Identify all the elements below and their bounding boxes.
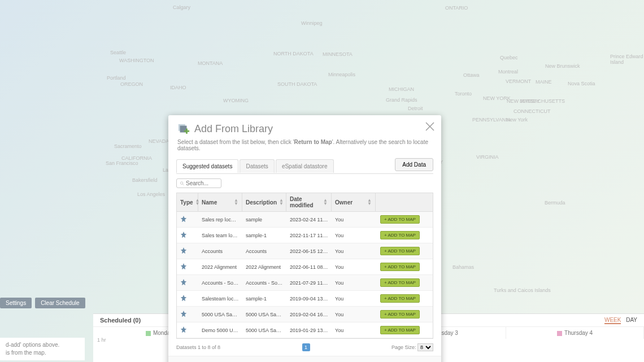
- th-name[interactable]: Name▲▼: [198, 193, 242, 211]
- pin-icon: [177, 213, 198, 226]
- table-row[interactable]: Demo 5000 USA Sa...5000 USA Sample A...2…: [177, 322, 433, 338]
- pager-info: Datasets 1 to 8 of 8: [176, 344, 220, 350]
- view-toggle: WEEK DAY: [601, 317, 637, 324]
- cell-name: 5000 USA Sample A...: [198, 309, 242, 320]
- table-row[interactable]: Accounts - SouthAccounts - South2021-07-…: [177, 275, 433, 291]
- cell-desc: sample-1: [242, 294, 286, 304]
- settings-button[interactable]: Settings: [0, 298, 32, 308]
- cell-name: Demo 5000 USA Sa...: [198, 325, 242, 335]
- add-to-map-button[interactable]: + ADD TO MAP: [380, 310, 420, 319]
- pin-icon: [177, 308, 198, 321]
- cell-owner: You: [332, 246, 376, 256]
- cell-owner: You: [332, 230, 376, 241]
- add-to-map-button[interactable]: + ADD TO MAP: [380, 326, 420, 334]
- cell-name: Accounts - South: [198, 278, 242, 288]
- cell-desc: 5000 USA Sample A...: [242, 309, 286, 320]
- cell-date: 2023-02-24 11:46:57: [286, 215, 332, 225]
- modal-title: Add From Library: [194, 123, 273, 135]
- add-data-button[interactable]: Add Data: [395, 158, 433, 171]
- cell-owner: You: [332, 309, 376, 320]
- pin-icon: [177, 293, 198, 305]
- cell-desc: sample-1: [242, 230, 286, 241]
- day-column: Thursday 4: [506, 327, 644, 339]
- page-size-select[interactable]: 8: [417, 343, 433, 351]
- cell-owner: You: [332, 294, 376, 304]
- table-row[interactable]: 5000 USA Sample A...5000 USA Sample A...…: [177, 307, 433, 322]
- add-to-map-button[interactable]: + ADD TO MAP: [380, 263, 420, 271]
- cell-date: 2019-01-29 13:53:02: [286, 325, 332, 335]
- th-type[interactable]: Type▲▼: [177, 193, 198, 211]
- cell-desc: sample: [242, 215, 286, 225]
- pin-icon: [177, 261, 198, 273]
- cell-desc: 5000 USA Sample A...: [242, 325, 286, 335]
- svg-rect-5: [186, 129, 188, 134]
- cell-owner: You: [332, 262, 376, 272]
- cell-name: Salesteam locations: [198, 294, 242, 304]
- cell-desc: Accounts - South: [242, 278, 286, 288]
- clear-schedule-button[interactable]: Clear Schedule: [35, 298, 85, 308]
- sidebar-hint: d-add' options above. is from the map.: [0, 338, 85, 360]
- pin-icon: [177, 245, 198, 258]
- cell-owner: You: [332, 325, 376, 335]
- th-description[interactable]: Description▲▼: [242, 193, 286, 211]
- hour-label: 1 hr: [95, 336, 108, 344]
- tab-suggested[interactable]: Suggested datasets: [176, 159, 238, 173]
- svg-point-6: [180, 181, 182, 184]
- table-row[interactable]: Sales team locationssample-12022-11-17 1…: [177, 228, 433, 243]
- week-view[interactable]: WEEK: [604, 317, 621, 324]
- cell-owner: You: [332, 215, 376, 225]
- add-to-map-button[interactable]: + ADD TO MAP: [380, 278, 420, 287]
- cell-name: 2022 Alignment: [198, 262, 242, 272]
- cell-date: 2019-09-04 13:39:19: [286, 294, 332, 304]
- datasets-table: Type▲▼ Name▲▼ Description▲▼ Date modifie…: [176, 193, 433, 339]
- pin-icon: [177, 324, 198, 337]
- tab-espatial[interactable]: eSpatial datastore: [276, 159, 334, 173]
- cell-owner: You: [332, 278, 376, 288]
- cell-desc: 2022 Alignment: [242, 262, 286, 272]
- search-input[interactable]: [186, 180, 217, 186]
- cell-date: 2019-02-04 16:18:43: [286, 309, 332, 320]
- close-icon[interactable]: [424, 121, 436, 132]
- search-icon: [180, 181, 184, 186]
- tab-datasets[interactable]: Datasets: [240, 159, 274, 173]
- cell-name: Accounts: [198, 246, 242, 256]
- add-to-map-button[interactable]: + ADD TO MAP: [380, 247, 420, 255]
- th-date[interactable]: Date modified▲▼: [286, 193, 332, 211]
- cell-date: 2021-07-29 11:56:52: [286, 278, 332, 288]
- day-view[interactable]: DAY: [626, 317, 637, 323]
- add-from-library-modal: Add From Library Select a dataset from t…: [168, 115, 441, 362]
- pin-icon: [177, 277, 198, 289]
- add-to-map-button[interactable]: + ADD TO MAP: [380, 294, 420, 303]
- add-to-map-button[interactable]: + ADD TO MAP: [380, 231, 420, 239]
- cell-date: 2022-06-11 08:07:21: [286, 262, 332, 272]
- pin-icon: [177, 229, 198, 242]
- svg-line-7: [182, 184, 184, 185]
- scheduled-title: Scheduled (0): [100, 317, 141, 324]
- th-owner[interactable]: Owner▲▼: [332, 193, 376, 211]
- cell-name: Sales team locations: [198, 230, 242, 241]
- table-row[interactable]: Sales rep locationssample2023-02-24 11:4…: [177, 212, 433, 228]
- table-row[interactable]: 2022 Alignment2022 Alignment2022-06-11 0…: [177, 259, 433, 275]
- page-size: Page Size: 8: [391, 343, 433, 351]
- cell-desc: Accounts: [242, 246, 286, 256]
- cell-name: Sales rep locations: [198, 215, 242, 225]
- table-row[interactable]: Salesteam locationssample-12019-09-04 13…: [177, 291, 433, 307]
- modal-subtitle: Select a dataset from the list below, th…: [168, 139, 441, 156]
- table-row[interactable]: AccountsAccounts2022-06-15 12:22:49You+ …: [177, 243, 433, 259]
- cell-date: 2022-06-15 12:22:49: [286, 246, 332, 256]
- page-1[interactable]: 1: [302, 343, 310, 351]
- search-box[interactable]: [176, 178, 221, 188]
- add-to-map-button[interactable]: + ADD TO MAP: [380, 215, 420, 224]
- library-plus-icon: [177, 123, 190, 136]
- cell-date: 2022-11-17 11:26:06: [286, 230, 332, 241]
